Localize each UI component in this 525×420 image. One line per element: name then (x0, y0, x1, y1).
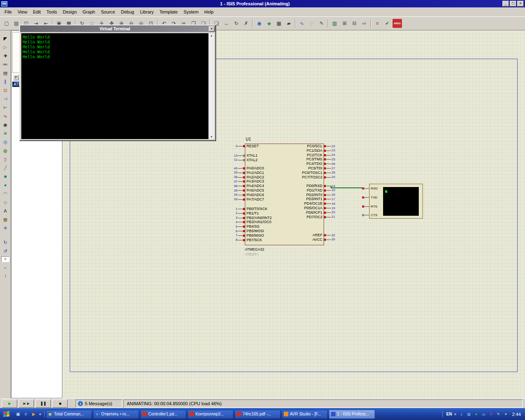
pin-pb7-sck[interactable]: 8 (227, 238, 245, 242)
menu-system[interactable]: System (180, 8, 201, 16)
block-move-icon[interactable]: ↔ (222, 19, 231, 28)
current-probe-mode-icon[interactable]: ◍ (1, 146, 10, 155)
menu-view[interactable]: View (15, 8, 30, 16)
taskbar-task[interactable]: Контроллер3... (187, 410, 233, 419)
pin-pd4-oc1b[interactable]: 18 (324, 202, 342, 205)
mirror-vertical-icon[interactable]: ↕ (1, 272, 10, 280)
terminal-pin-cts[interactable] (362, 213, 370, 217)
taskbar-task[interactable]: 1 - ISIS Profess... (329, 410, 375, 419)
close-button[interactable]: × (517, 1, 524, 7)
pin-pc2-tck[interactable]: 24 (324, 153, 342, 157)
pause-button[interactable]: ❚❚ (35, 399, 51, 408)
selection-mode-icon[interactable]: ◤ (1, 34, 10, 43)
2d-circle-icon[interactable]: ● (1, 181, 10, 189)
pin-xtal2[interactable]: 12 (227, 158, 245, 162)
menu-design[interactable]: Design (60, 8, 80, 16)
stop-button[interactable]: ■ (52, 399, 68, 408)
pick-devices-button[interactable]: P (13, 75, 19, 80)
bill-of-materials-icon[interactable]: ≡ (373, 19, 382, 28)
2d-line-icon[interactable]: ╱ (1, 164, 10, 172)
wire-autorouter-icon[interactable]: ∿ (297, 19, 306, 28)
2d-symbol-icon[interactable]: ▦ (1, 215, 10, 224)
pin-pd6-icp1[interactable]: 20 (324, 211, 342, 215)
search-tag-icon[interactable]: ◌ (307, 19, 316, 28)
new-design-icon[interactable]: ▢ (2, 19, 11, 28)
packaging-tool-icon[interactable]: ▦ (274, 19, 283, 28)
2d-arc-icon[interactable]: ◠ (1, 189, 10, 198)
voltage-probe-mode-icon[interactable]: ◎ (1, 138, 10, 146)
pin-pa0-adc0[interactable]: 40 (227, 167, 245, 170)
generator-mode-icon[interactable]: ≋ (1, 129, 10, 137)
component-atmega32[interactable]: U1 ATMEGA32 <TEXT> 9RESET13XTAL112XTAL24… (227, 144, 342, 245)
virtual-terminal-output[interactable]: Hello WorldHello WorldHello WorldHello W… (21, 33, 208, 139)
rotate-anticlockwise-icon[interactable]: ↺ (1, 247, 10, 255)
pin-pc3-tms[interactable]: 25 (324, 158, 342, 161)
pin-pa3-adc3[interactable]: 37 (227, 180, 245, 183)
block-delete-icon[interactable]: ✗ (242, 19, 251, 28)
make-device-icon[interactable]: ◈ (265, 19, 274, 28)
taskbar-task[interactable]: Controller1.pd... (140, 410, 186, 419)
message-panel[interactable]: i 5 Message(s) (75, 399, 122, 408)
terminal-pin-txd[interactable] (362, 196, 370, 199)
rotate-clockwise-icon[interactable]: ↻ (1, 238, 10, 247)
display-icon[interactable]: ▭ (481, 411, 487, 417)
goto-sheet-icon[interactable]: ⇨ (360, 19, 369, 28)
pin-pb6-miso[interactable]: 7 (227, 234, 245, 237)
block-rotate-icon[interactable]: ↻ (232, 19, 241, 28)
pin-pc7-tosc2[interactable]: 29 (324, 176, 342, 179)
graph-mode-icon[interactable]: ∿ (1, 112, 10, 120)
pin-pc1-sda[interactable]: 23 (324, 149, 342, 153)
pin-reset[interactable]: 9 (227, 144, 245, 148)
taskbar-task[interactable]: eОтветить • го... (93, 410, 139, 419)
text-script-mode-icon[interactable]: ▤ (1, 69, 10, 77)
terminals-mode-icon[interactable]: ⊣ (1, 95, 10, 103)
menu-graph[interactable]: Graph (80, 8, 98, 16)
pin-pc4-tdo[interactable]: 26 (324, 162, 342, 166)
pin-pb3-ain1-oc0[interactable]: 4 (227, 220, 245, 224)
device-pins-mode-icon[interactable]: ⊢ (1, 103, 10, 112)
taskbar-task[interactable]: AVR Studio - [F... (282, 410, 328, 419)
network-icon[interactable]: ▥ (466, 411, 472, 417)
2d-box-icon[interactable]: ■ (1, 172, 10, 180)
buses-mode-icon[interactable]: ∥ (1, 78, 10, 86)
menu-source[interactable]: Source (98, 8, 118, 16)
pin-pa6-adc6[interactable]: 34 (227, 193, 245, 197)
mirror-horizontal-icon[interactable]: ↔ (1, 263, 10, 271)
menu-edit[interactable]: Edit (30, 8, 43, 16)
electrical-rules-check-icon[interactable]: ✔ (383, 19, 392, 28)
2d-text-icon[interactable]: A (1, 207, 10, 215)
decompose-icon[interactable]: ▰ (284, 19, 293, 28)
pin-pc0-scl[interactable]: 22 (324, 144, 342, 148)
pin-pd5-oc1a[interactable]: 19 (324, 206, 342, 210)
tape-recorder-mode-icon[interactable]: ◉ (1, 121, 10, 129)
step-button[interactable]: ►► (18, 399, 34, 408)
netlist-to-ares-icon[interactable]: ARES (393, 19, 402, 28)
pin-pc6-tosc1[interactable]: 28 (324, 171, 342, 175)
menu-library[interactable]: Library (137, 8, 157, 16)
close-icon[interactable]: × (209, 26, 215, 32)
pin-pb0-t0-xck[interactable]: 1 (227, 207, 245, 211)
2d-marker-icon[interactable]: ✛ (1, 224, 10, 232)
messenger-icon[interactable]: ✦ (503, 411, 509, 417)
pick-parts-icon[interactable]: ◉ (255, 19, 264, 28)
pin-pa7-adc7[interactable]: 33 (227, 198, 245, 201)
menu-help[interactable]: Help (201, 8, 217, 16)
pin-pb4-ss[interactable]: 5 (227, 225, 245, 228)
show-desktop-icon[interactable]: ▣ (15, 411, 21, 418)
menu-template[interactable]: Template (157, 8, 181, 16)
play-button[interactable]: ► (2, 399, 17, 408)
start-button[interactable] (1, 409, 11, 419)
volume-icon[interactable]: ♪ (459, 411, 465, 417)
pen-icon[interactable]: ✎ (495, 411, 502, 417)
virtual-instruments-mode-icon[interactable]: ▯ (1, 155, 10, 163)
junction-dot-mode-icon[interactable]: ✚ (1, 52, 10, 60)
2d-path-icon[interactable]: ◇ (1, 198, 10, 206)
media-player-icon[interactable]: ▶ (30, 411, 37, 418)
new-sheet-icon[interactable]: ⊞ (340, 19, 349, 28)
antivirus-icon[interactable]: V (488, 411, 494, 417)
component-virtual-terminal[interactable]: RXDTXDRTSCTS (369, 184, 423, 219)
remove-sheet-icon[interactable]: ⊟ (350, 19, 359, 28)
menu-file[interactable]: File (2, 8, 15, 16)
pin-pc5-tdi[interactable]: 27 (324, 167, 342, 170)
pin-pa5-adc5[interactable]: 35 (227, 189, 245, 192)
